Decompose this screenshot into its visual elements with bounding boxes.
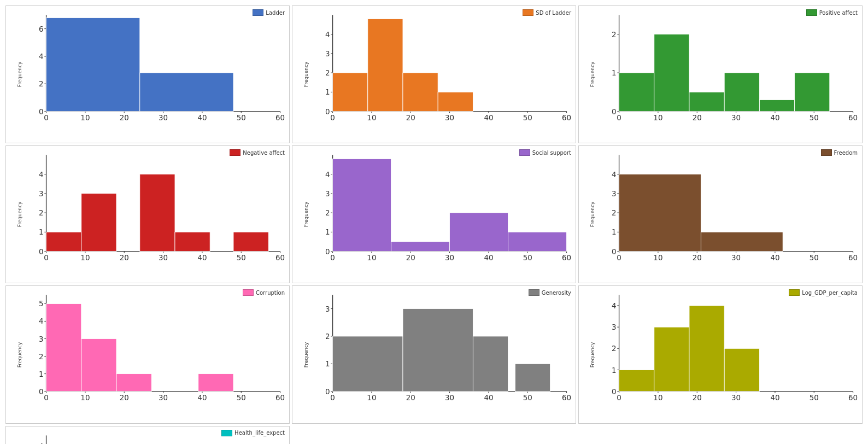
svg-rect-82	[759, 100, 794, 111]
svg-text:0: 0	[612, 108, 617, 116]
svg-rect-114	[233, 232, 268, 252]
chart-social-support: FrequencySocial support01234010203040506…	[292, 145, 576, 283]
chart-legend: Negative affect	[230, 149, 285, 156]
svg-text:10: 10	[80, 254, 90, 262]
svg-text:50: 50	[237, 114, 246, 122]
chart-legend: Log_GDP_per_capita	[789, 289, 858, 296]
svg-rect-79	[654, 34, 689, 112]
svg-text:30: 30	[445, 394, 454, 402]
y-axis-label: Frequency	[17, 342, 22, 367]
svg-text:3: 3	[325, 190, 330, 198]
svg-text:0: 0	[325, 388, 330, 396]
svg-rect-25	[140, 73, 233, 111]
svg-text:30: 30	[731, 254, 741, 262]
svg-text:60: 60	[275, 394, 285, 402]
svg-text:0: 0	[39, 248, 44, 256]
y-axis-label: Frequency	[303, 62, 309, 87]
svg-text:0: 0	[44, 114, 49, 122]
svg-rect-24	[46, 17, 140, 111]
svg-rect-55	[438, 92, 473, 111]
svg-rect-141	[333, 159, 391, 252]
y-axis-label: Frequency	[303, 202, 309, 227]
svg-text:60: 60	[848, 254, 858, 262]
svg-text:60: 60	[848, 394, 858, 402]
svg-text:3: 3	[612, 324, 617, 332]
svg-rect-81	[724, 73, 759, 111]
svg-rect-80	[689, 92, 724, 111]
svg-text:1: 1	[612, 69, 617, 77]
legend-label: Negative affect	[243, 150, 285, 156]
chart-legend: Generosity	[529, 289, 571, 296]
svg-rect-259	[619, 370, 654, 392]
svg-text:20: 20	[693, 254, 702, 262]
svg-rect-261	[689, 306, 724, 392]
svg-text:0: 0	[44, 394, 49, 402]
svg-text:40: 40	[484, 254, 493, 262]
svg-rect-143	[450, 213, 508, 251]
legend-label: Log_GDP_per_capita	[802, 290, 858, 296]
svg-rect-229	[333, 336, 403, 392]
histogram-svg: 012340102030405060	[28, 150, 285, 270]
svg-text:40: 40	[770, 114, 779, 122]
svg-rect-262	[724, 349, 759, 392]
svg-text:2: 2	[325, 332, 330, 341]
legend-label: SD of Ladder	[536, 10, 571, 16]
svg-text:0: 0	[325, 108, 330, 116]
svg-text:30: 30	[731, 394, 741, 402]
svg-text:4: 4	[39, 171, 44, 179]
svg-text:1: 1	[39, 370, 44, 378]
chart-legend: Corruption	[243, 289, 285, 296]
svg-text:0: 0	[44, 254, 49, 262]
chart-ladder: FrequencyLadder02460102030405060	[5, 5, 290, 143]
svg-rect-144	[508, 232, 567, 252]
svg-text:0: 0	[330, 394, 335, 402]
legend-label: Positive affect	[819, 10, 858, 16]
histogram-svg: 012340102030405060	[601, 150, 858, 270]
histogram-svg: 0120102030405060	[601, 10, 858, 130]
svg-text:20: 20	[120, 394, 129, 402]
histogram-svg: 01230102030405060	[314, 290, 571, 410]
svg-text:0: 0	[330, 114, 335, 122]
svg-text:2: 2	[612, 31, 617, 39]
svg-rect-203	[116, 374, 151, 392]
legend-swatch	[253, 9, 263, 16]
svg-text:50: 50	[810, 394, 819, 402]
svg-rect-202	[81, 339, 116, 392]
svg-text:10: 10	[80, 114, 90, 122]
svg-rect-260	[654, 328, 689, 392]
svg-text:0: 0	[612, 388, 617, 396]
svg-text:50: 50	[810, 254, 819, 262]
legend-swatch	[806, 9, 817, 16]
svg-text:60: 60	[848, 114, 858, 122]
svg-text:4: 4	[39, 442, 44, 444]
svg-text:1: 1	[39, 229, 44, 237]
svg-text:50: 50	[523, 254, 532, 262]
svg-rect-110	[46, 232, 81, 252]
svg-text:20: 20	[693, 114, 702, 122]
svg-text:20: 20	[120, 114, 129, 122]
svg-text:20: 20	[406, 394, 415, 402]
svg-text:4: 4	[39, 318, 44, 326]
svg-rect-83	[795, 73, 830, 111]
svg-text:0: 0	[325, 248, 330, 256]
chart-legend: SD of Ladder	[523, 9, 571, 16]
chart-health-life: FrequencyHealth_life_expect0123401020304…	[5, 426, 290, 444]
svg-text:40: 40	[770, 394, 779, 402]
legend-swatch	[221, 430, 232, 436]
svg-rect-52	[333, 73, 368, 111]
chart-legend: Social support	[519, 149, 571, 156]
svg-text:4: 4	[612, 302, 617, 310]
svg-rect-230	[403, 309, 473, 392]
svg-text:4: 4	[325, 171, 330, 179]
svg-text:0: 0	[330, 254, 335, 262]
y-axis-label: Frequency	[17, 202, 22, 227]
svg-text:40: 40	[197, 394, 207, 402]
legend-swatch	[529, 289, 539, 296]
svg-text:10: 10	[653, 394, 662, 402]
y-axis-label: Frequency	[303, 342, 309, 367]
chart-freedom: FrequencyFreedom012340102030405060	[578, 145, 863, 283]
svg-text:1: 1	[325, 88, 330, 96]
svg-text:0: 0	[617, 254, 621, 262]
svg-text:20: 20	[120, 254, 129, 262]
svg-text:2: 2	[39, 209, 44, 217]
